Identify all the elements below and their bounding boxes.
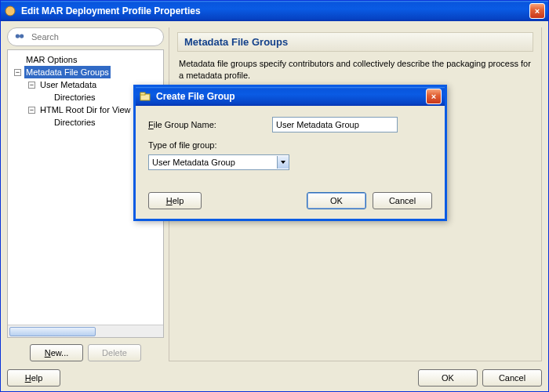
svg-point-0	[5, 6, 15, 16]
tree-item-label: Directories	[53, 91, 97, 103]
tree-item-label: Directories	[53, 116, 97, 129]
tree-item[interactable]: −Metadata File Groups	[9, 66, 163, 78]
tree-item-label: Metadata File Groups	[24, 66, 111, 78]
app-icon	[4, 5, 16, 17]
ok-button[interactable]: OK	[418, 369, 478, 387]
tree-item-label: User Metadata	[38, 78, 98, 91]
collapse-icon[interactable]: −	[28, 82, 35, 89]
svg-point-2	[20, 34, 24, 38]
svg-point-1	[16, 34, 20, 38]
sidebar-button-row: New... Delete	[7, 341, 164, 361]
dialog-title: Create File Group	[156, 91, 426, 102]
panel-title: Metadata File Groups	[177, 32, 533, 52]
spacer	[60, 369, 418, 387]
collapse-icon[interactable]: −	[14, 69, 21, 76]
tree-item[interactable]: MAR Options	[9, 53, 163, 66]
scrollbar-thumb[interactable]	[9, 327, 96, 336]
chevron-down-icon	[277, 156, 289, 169]
panel-description: Metadata file groups specify contributor…	[177, 52, 533, 89]
tree-item-label: HTML Root Dir for View	[38, 103, 133, 116]
new-button[interactable]: New...	[30, 344, 83, 361]
dialog-button-row: Help OK Cancel	[148, 178, 432, 209]
window-title: Edit MAR Deployment Profile Properties	[21, 5, 529, 16]
select-value: User Metadata Group	[152, 158, 235, 167]
close-button[interactable]: ×	[529, 3, 545, 19]
cancel-button[interactable]: Cancel	[482, 369, 542, 387]
dialog-icon	[139, 90, 151, 103]
search-box[interactable]	[7, 27, 164, 46]
dialog-titlebar[interactable]: Create File Group ×	[136, 87, 445, 106]
file-group-name-input[interactable]	[272, 117, 398, 132]
type-label: Type of file group:	[148, 140, 216, 150]
bottom-bar: Help OK Cancel	[7, 366, 542, 387]
file-group-type-select[interactable]: User Metadata Group	[148, 154, 289, 170]
tree-item-label: MAR Options	[24, 53, 78, 66]
spacer	[208, 192, 300, 209]
type-row: Type of file group: User Metadata Group	[148, 140, 432, 170]
dialog-help-button[interactable]: Help	[148, 192, 202, 209]
horizontal-scrollbar[interactable]	[8, 325, 163, 337]
dialog-close-button[interactable]: ×	[426, 89, 442, 104]
collapse-icon[interactable]: −	[28, 107, 35, 114]
name-label: File Group Name:	[148, 120, 266, 129]
svg-rect-4	[140, 93, 145, 95]
dialog-cancel-button[interactable]: Cancel	[373, 192, 432, 209]
binoculars-icon	[14, 31, 25, 43]
help-button[interactable]: Help	[7, 369, 60, 387]
name-row: File Group Name:	[148, 117, 432, 132]
search-input[interactable]	[30, 31, 157, 42]
main-titlebar[interactable]: Edit MAR Deployment Profile Properties ×	[1, 1, 548, 21]
create-file-group-dialog: Create File Group × File Group Name: Typ…	[133, 85, 447, 221]
close-icon: ×	[535, 6, 540, 16]
dialog-body: File Group Name: Type of file group: Use…	[136, 106, 445, 219]
dialog-ok-button[interactable]: OK	[307, 192, 366, 209]
close-icon: ×	[431, 92, 436, 101]
delete-button: Delete	[88, 344, 141, 361]
